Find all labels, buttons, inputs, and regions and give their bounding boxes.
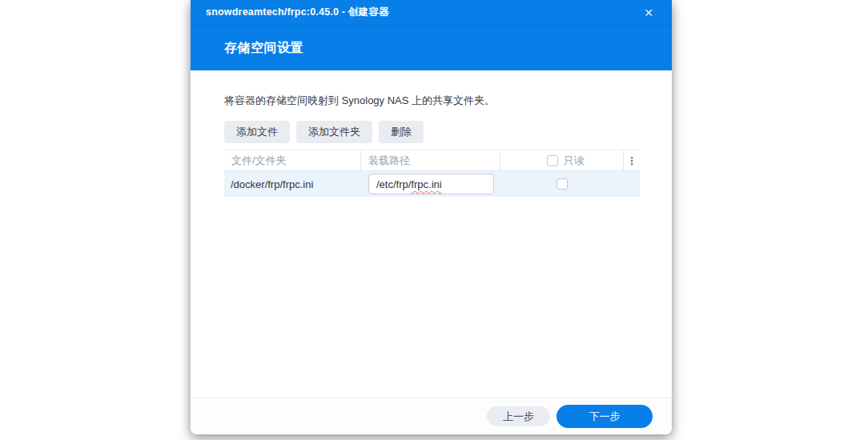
mount-path-misspelled-text: frpc.ini <box>411 178 441 190</box>
add-folder-button[interactable]: 添加文件夹 <box>296 121 372 143</box>
add-file-button[interactable]: 添加文件 <box>224 121 290 143</box>
volume-table-row[interactable]: /docker/frp/frpc.ini /etc/frp/frpc.ini <box>224 171 640 197</box>
step-title: 存储空间设置 <box>224 40 303 57</box>
column-options-icon[interactable]: ⋮ <box>626 155 637 166</box>
create-container-dialog: snowdreamtech/frpc:0.45.0 - 创建容器 ✕ 存储空间设… <box>191 0 672 434</box>
close-icon[interactable]: ✕ <box>641 6 656 20</box>
instruction-text: 将容器的存储空间映射到 Synology NAS 上的共享文件夹。 <box>224 94 640 107</box>
readonly-header-checkbox[interactable] <box>547 155 558 166</box>
page-background: snowdreamtech/frpc:0.45.0 - 创建容器 ✕ 存储空间设… <box>0 0 868 440</box>
mount-path-text: /etc/frp/ <box>376 178 411 190</box>
column-header-file[interactable]: 文件/文件夹 <box>224 150 361 170</box>
column-header-mount-path[interactable]: 装载路径 <box>361 150 500 170</box>
dialog-titlebar: snowdreamtech/frpc:0.45.0 - 创建容器 ✕ <box>191 0 672 26</box>
readonly-row-checkbox[interactable] <box>557 178 568 190</box>
column-header-menu: ⋮ <box>624 150 640 170</box>
mount-path-input[interactable]: /etc/frp/frpc.ini <box>368 174 494 194</box>
volume-toolbar: 添加文件 添加文件夹 删除 <box>224 121 640 143</box>
previous-step-button[interactable]: 上一步 <box>487 406 550 426</box>
readonly-cell <box>500 171 624 197</box>
next-step-button[interactable]: 下一步 <box>557 405 653 428</box>
volume-table-header: 文件/文件夹 装载路径 只读 ⋮ <box>224 150 640 171</box>
dialog-body: 将容器的存储空间映射到 Synology NAS 上的共享文件夹。 添加文件 添… <box>191 70 672 398</box>
step-header: 存储空间设置 <box>191 26 672 70</box>
dialog-title: snowdreamtech/frpc:0.45.0 - 创建容器 <box>206 6 389 19</box>
readonly-header-label: 只读 <box>564 154 585 168</box>
file-path-cell[interactable]: /docker/frp/frpc.ini <box>224 171 361 197</box>
volume-table: 文件/文件夹 装载路径 只读 ⋮ /docker/frp/frpc.ini <box>224 150 640 197</box>
delete-button[interactable]: 删除 <box>379 121 424 143</box>
row-menu-cell <box>624 171 640 197</box>
mount-path-cell: /etc/frp/frpc.ini <box>361 171 500 197</box>
dialog-footer: 上一步 下一步 <box>191 398 672 434</box>
column-header-readonly: 只读 <box>500 150 624 170</box>
